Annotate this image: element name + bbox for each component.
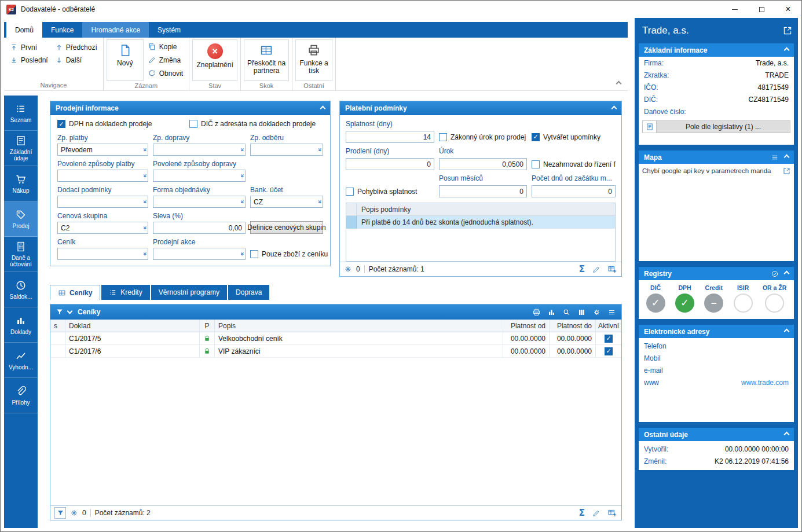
dph-checkbox[interactable]: ✓ DPH na dokladech prodeje xyxy=(57,120,185,128)
column-header-doklad[interactable]: Doklad xyxy=(65,320,200,332)
condition-row[interactable]: Při platbě do 14 dnů bez skonta (jednodu… xyxy=(346,216,615,229)
column-header-platnost-od[interactable]: Platnost od xyxy=(503,320,550,332)
table-edit-icon[interactable] xyxy=(607,265,617,274)
column-header-p[interactable]: P xyxy=(200,320,215,332)
open-external-icon[interactable] xyxy=(783,167,790,175)
interest-input[interactable]: 0,0500 xyxy=(439,158,527,170)
collapse-icon[interactable] xyxy=(784,155,790,160)
gear-icon[interactable] xyxy=(592,308,601,317)
pickup-method-combo[interactable]: » xyxy=(250,144,323,156)
delivery-terms-combo[interactable]: » xyxy=(57,196,148,208)
days-from-month-start-input[interactable]: 0 xyxy=(532,185,616,197)
snowflake-icon[interactable] xyxy=(70,509,78,517)
maximize-button[interactable] xyxy=(748,1,775,18)
collapse-icon[interactable] xyxy=(784,271,790,277)
payment-method-combo[interactable]: Převodem » xyxy=(57,144,148,156)
close-button[interactable]: × xyxy=(775,1,801,18)
allowed-payments-combo[interactable]: » xyxy=(57,170,148,182)
chart-icon[interactable] xyxy=(547,308,556,317)
filter-icon[interactable] xyxy=(56,308,64,316)
last-button[interactable]: Poslední xyxy=(7,56,51,65)
menu-icon[interactable] xyxy=(771,153,779,162)
legal-interest-checkbox[interactable]: ✓ Zákonný úrok pro prodej xyxy=(439,133,527,141)
sidebar-item-dane-a-uctovani[interactable]: Daně a účtování xyxy=(4,237,38,272)
sales-action-combo[interactable]: » xyxy=(153,248,246,260)
collapse-icon[interactable] xyxy=(784,329,790,335)
table-row[interactable]: C1/2017/6 VIP zákazníci 00.00.0000 00.00… xyxy=(50,345,621,358)
jump-to-partner-button[interactable]: Přeskočit na partnera xyxy=(244,39,289,81)
dic-checkbox[interactable]: ✓ DIČ z adresáta na dokladech prodeje xyxy=(189,120,316,128)
check-circle-icon[interactable] xyxy=(771,270,779,278)
new-button[interactable]: Nový xyxy=(107,39,144,81)
registry-item-isir[interactable]: ISIR xyxy=(734,284,753,313)
ribbon-collapse-icon[interactable] xyxy=(616,81,622,87)
sidebar-item-prilohy[interactable]: Přílohy xyxy=(4,378,38,413)
delay-days-input[interactable]: 0 xyxy=(346,158,434,170)
only-pricelist-goods-checkbox[interactable]: ✓ Pouze zboží z ceníku xyxy=(250,250,323,258)
registry-item-dph[interactable]: DPH ✓ xyxy=(675,284,694,313)
tab-ceniky[interactable]: Ceníky xyxy=(50,285,100,300)
create-reminders-checkbox[interactable]: ✓ Vytvářet upomínky xyxy=(532,133,616,141)
allowed-transports-combo[interactable]: » xyxy=(153,170,246,182)
tab-kredity[interactable]: Kredity xyxy=(101,285,149,300)
collapse-icon[interactable] xyxy=(784,47,790,53)
collapse-icon[interactable] xyxy=(320,105,326,111)
column-header-aktivni[interactable]: Aktivní xyxy=(596,320,621,332)
exclude-from-management-checkbox[interactable]: ✓ Nezahrnovat do řízení f... xyxy=(532,160,616,168)
registry-item-dic[interactable]: DIČ ✓ xyxy=(646,284,665,313)
sidebar-item-seznam[interactable]: Seznam xyxy=(4,96,38,131)
sidebar-item-zakladni-udaje[interactable]: Základní údaje xyxy=(4,131,38,166)
discount-input[interactable]: 0,00 xyxy=(153,222,246,234)
ribbon-tab-funkce[interactable]: Funkce xyxy=(42,22,82,38)
first-button[interactable]: První xyxy=(7,43,51,52)
ribbon-tab-system[interactable]: Systém xyxy=(149,22,189,38)
bank-account-combo[interactable]: CZ » xyxy=(250,196,323,208)
sum-icon[interactable]: Σ xyxy=(579,265,585,274)
active-checkbox[interactable]: ✓ xyxy=(605,347,613,355)
ribbon-tab-domu[interactable]: Domů xyxy=(6,22,42,38)
search-icon[interactable] xyxy=(562,308,571,317)
website-link[interactable]: www.trade.com xyxy=(741,379,789,387)
copy-button[interactable]: Kopie xyxy=(145,42,186,52)
sum-icon[interactable]: Σ xyxy=(579,509,585,518)
sidebar-item-prodej[interactable]: Prodej xyxy=(4,201,38,237)
previous-button[interactable]: Předchozí xyxy=(52,43,100,52)
invalidate-button[interactable]: × Zneplatnění xyxy=(192,39,237,81)
month-shift-input[interactable]: 0 xyxy=(439,185,527,197)
minimize-button[interactable] xyxy=(722,1,748,18)
functions-print-button[interactable]: Funkce a tisk xyxy=(295,39,332,81)
filter-dropdown-icon[interactable] xyxy=(67,309,73,314)
expand-icon[interactable] xyxy=(783,26,792,35)
legislative-fields-button[interactable]: Pole dle legislativy (1) ... xyxy=(642,120,790,133)
column-header-platnost-do[interactable]: Platnost do xyxy=(550,320,596,332)
pricelist-combo[interactable]: » xyxy=(57,248,148,260)
price-group-definition-button[interactable]: Definice cenových skupin xyxy=(250,221,323,234)
snowflake-icon[interactable] xyxy=(344,265,352,273)
next-button[interactable]: Další xyxy=(52,56,100,65)
registry-item-or-zr[interactable]: OR a ŽR xyxy=(763,284,786,313)
collapse-icon[interactable] xyxy=(784,432,790,438)
sidebar-item-vyhodnoceni[interactable]: Vyhodn... xyxy=(4,343,38,378)
due-days-input[interactable]: 14 xyxy=(346,131,434,143)
columns-icon[interactable] xyxy=(577,308,586,317)
restore-button[interactable]: Obnovit xyxy=(145,68,186,78)
change-button[interactable]: Změna xyxy=(145,55,186,65)
column-header-s[interactable]: s xyxy=(50,320,65,332)
table-row[interactable]: C1/2017/5 Velkoobchodní ceník 00.00.0000… xyxy=(50,332,621,345)
tab-vernostni-programy[interactable]: Věrnostní programy xyxy=(151,285,227,300)
column-header-popis[interactable]: Popis xyxy=(215,320,503,332)
tab-doprava[interactable]: Doprava xyxy=(228,285,269,300)
transport-method-combo[interactable]: » xyxy=(153,144,246,156)
active-checkbox[interactable]: ✓ xyxy=(605,335,613,343)
order-form-combo[interactable]: » xyxy=(153,196,246,208)
edit-icon[interactable] xyxy=(592,509,600,518)
sidebar-item-doklady[interactable]: Doklady xyxy=(4,307,38,343)
edit-icon[interactable] xyxy=(592,265,600,274)
filter-button[interactable] xyxy=(54,507,66,519)
registry-item-credit[interactable]: Credit – xyxy=(704,284,723,313)
flexible-due-checkbox[interactable]: ✓ Pohyblivá splatnost xyxy=(346,188,434,196)
ribbon-tab-hromadne-akce[interactable]: Hromadné akce xyxy=(82,22,149,38)
collapse-icon[interactable] xyxy=(611,105,617,111)
price-group-combo[interactable]: C2 » xyxy=(57,222,148,234)
print-icon[interactable] xyxy=(532,308,541,317)
